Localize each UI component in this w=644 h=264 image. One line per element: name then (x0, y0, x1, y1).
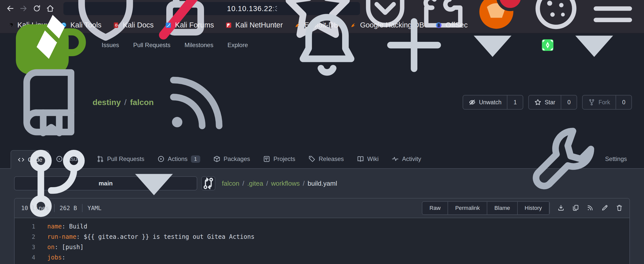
line-number[interactable]: 1 (15, 223, 35, 230)
star-button[interactable]: Star 0 (528, 95, 577, 110)
code-line: 4 jobs: (15, 252, 629, 262)
plus-icon (376, 7, 452, 83)
repo-owner-link[interactable]: destiny (93, 98, 121, 107)
file-meta: 10 lines262 BYAML (21, 204, 101, 212)
raw-button[interactable]: Raw (422, 202, 448, 214)
copy-icon (572, 204, 579, 211)
navbar-link-milestones[interactable]: Milestones (184, 42, 213, 49)
download-button[interactable] (557, 204, 565, 212)
repo-action-buttons: Unwatch 1 Star 0 Fork 0 (463, 95, 632, 110)
repo-book-icon (12, 64, 88, 140)
code-line: 2 run-name: ${{ gitea.actor }} is testin… (15, 232, 629, 242)
branch-selector-button[interactable]: main (14, 176, 197, 190)
line-number[interactable]: 2 (15, 234, 35, 240)
navbar-links: IssuesPull RequestsMilestonesExplore (102, 42, 248, 49)
tab-count-badge: 1 (191, 155, 200, 163)
count-badge[interactable]: 1 (507, 95, 523, 109)
code-line: 1 name: Build (15, 221, 629, 232)
button-label: Fork (598, 99, 610, 106)
pull-request-icon (97, 155, 104, 162)
tab-releases[interactable]: Releases (302, 150, 350, 168)
edit-icon (601, 204, 608, 211)
kali-forums-icon (165, 22, 172, 29)
delete-icon (616, 204, 623, 211)
create-new-button[interactable] (376, 7, 530, 83)
eye-off-icon (469, 99, 476, 106)
line-number[interactable]: 4 (15, 254, 35, 261)
user-menu[interactable] (542, 7, 632, 83)
unwatch-button[interactable]: Unwatch 1 (463, 95, 523, 110)
tab-label: Wiki (367, 155, 379, 162)
file-view-box: 10 lines262 BYAML RawPermalinkBlameHisto… (14, 198, 630, 264)
bookmark-kali-docs[interactable]: Kali Docs (112, 21, 154, 29)
bookmark-label: Kali Forums (175, 21, 214, 29)
repo-title: destiny / falcon (93, 98, 154, 107)
tab-activity[interactable]: Activity (385, 150, 428, 168)
copy-button[interactable] (572, 204, 579, 212)
edit-button[interactable] (601, 204, 608, 212)
package-icon (213, 155, 220, 162)
breadcrumb: falcon/.gitea/workflows/build.yaml (222, 180, 337, 187)
history-button[interactable]: History (518, 202, 549, 214)
breadcrumb-item[interactable]: .gitea (247, 180, 263, 187)
line-number[interactable]: 3 (15, 244, 35, 250)
bookmark-kali-forums[interactable]: Kali Forums (165, 21, 214, 29)
kali-nethunter-icon (225, 22, 232, 29)
separator (54, 204, 55, 212)
rss-icon[interactable] (159, 64, 235, 140)
line-content: on: [push] (35, 244, 84, 251)
activity-icon (392, 155, 399, 162)
chevron-down-icon (455, 7, 530, 83)
tab-projects[interactable]: Projects (257, 150, 302, 168)
compare-button[interactable] (201, 176, 215, 190)
url-host: 10.10.136.22 (227, 5, 272, 13)
tab-label: Settings (605, 155, 627, 162)
line-content: name: Build (35, 223, 87, 230)
breadcrumb-item: build.yaml (308, 180, 337, 187)
url-text[interactable]: 10.10.136.22:3000/destiny/falcon/src/bra… (227, 5, 277, 13)
separator: / (242, 180, 244, 187)
navbar-link-issues[interactable]: Issues (102, 42, 119, 49)
book-icon (357, 155, 364, 162)
separator: / (303, 180, 305, 187)
button-label: Unwatch (479, 99, 501, 106)
notifications-bell-icon[interactable] (289, 7, 365, 83)
code-line: 5 Shell: (15, 262, 629, 264)
count-badge[interactable]: 0 (616, 95, 631, 109)
tab-packages[interactable]: Packages (207, 150, 257, 168)
line-content: run-name: ${{ gitea.actor }} is testing … (35, 233, 255, 240)
breadcrumb-item[interactable]: falcon (222, 180, 239, 187)
breadcrumb-item[interactable]: workflows (271, 180, 300, 187)
bookmark-kali-nethunter[interactable]: Kali NetHunter (225, 21, 283, 29)
blame-button[interactable]: Blame (487, 202, 517, 214)
code-line: 3 on: [push] (15, 242, 629, 252)
navbar-link-explore[interactable]: Explore (227, 42, 248, 49)
button-label: Star (545, 99, 555, 106)
repo-name-link[interactable]: falcon (130, 98, 154, 107)
file-header: 10 lines262 BYAML RawPermalinkBlameHisto… (15, 199, 629, 218)
tab-settings[interactable]: Settings (520, 150, 633, 168)
tab-wiki[interactable]: Wiki (350, 150, 385, 168)
tab-label: Packages (224, 155, 250, 162)
branch-name: main (99, 180, 113, 187)
repo-tabs: Code Issues Pull Requests Actions 1 Pack… (0, 146, 644, 169)
settings-icon (526, 121, 602, 197)
url-path: :3000/destiny/falcon/src/branch/main/.gi… (273, 5, 277, 13)
navbar-link-pull-requests[interactable]: Pull Requests (133, 42, 170, 49)
tab-label: Releases (319, 155, 344, 162)
line-content: jobs: (35, 254, 65, 261)
separator (82, 204, 83, 212)
file-meta-item: 262 B (60, 205, 77, 211)
tag-icon (308, 155, 315, 162)
rss-button[interactable] (587, 204, 594, 212)
rss-icon (587, 204, 594, 211)
gitea-header: IssuesPull RequestsMilestonesExplore des… (0, 33, 644, 169)
delete-button[interactable] (616, 204, 623, 212)
avatar (542, 39, 553, 51)
fork-button[interactable]: Fork 0 (582, 95, 632, 110)
file-icon-buttons (557, 204, 623, 212)
permalink-button[interactable]: Permalink (448, 202, 487, 214)
file-meta-item: 10 lines (21, 205, 49, 211)
count-badge[interactable]: 0 (561, 95, 577, 109)
tab-label: Activity (402, 155, 421, 162)
